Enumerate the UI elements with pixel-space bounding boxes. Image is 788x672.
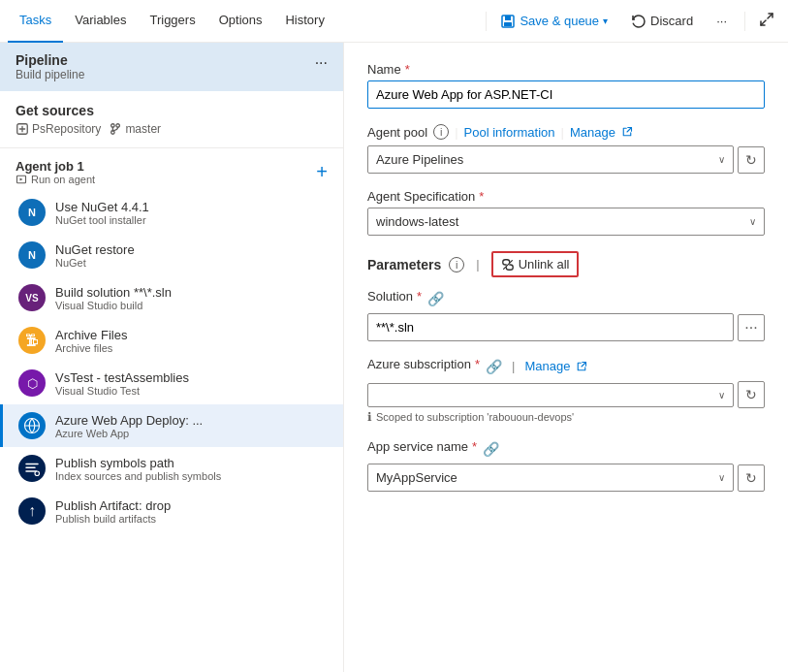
task-desc-webapp: Azure Web App [55, 428, 203, 439]
app-service-link-icon[interactable]: 🔗 [483, 441, 499, 457]
solution-input-wrap: ··· [367, 313, 765, 341]
manage-link[interactable]: Manage [570, 125, 615, 140]
task-info-vstest: VsTest - testAssemblies Visual Studio Te… [55, 370, 189, 397]
agent-pool-chevron: ∨ [718, 154, 725, 165]
pipeline-ellipsis-button[interactable]: ··· [311, 52, 331, 74]
agent-job-info: Agent job 1 Run on agent [16, 159, 95, 185]
pool-info-row: Agent pool i | Pool information | Manage [367, 124, 765, 140]
agent-spec-dropdown[interactable]: windows-latest ∨ [367, 208, 765, 236]
repo-icon [16, 122, 29, 136]
task-item-build[interactable]: VS Build solution **\*.sln Visual Studio… [0, 276, 343, 319]
azure-sub-required: * [475, 357, 480, 371]
nav-divider [486, 12, 487, 31]
params-info-icon[interactable]: i [449, 257, 464, 272]
agent-spec-chevron: ∨ [749, 216, 756, 227]
get-sources-label: Get sources [16, 103, 328, 118]
app-service-required: * [472, 439, 477, 454]
task-icon-archive: 🗜 [18, 327, 46, 354]
task-info-build: Build solution **\*.sln Visual Studio bu… [55, 285, 172, 311]
task-item-symbols[interactable]: Publish symbols path Index sources and p… [0, 447, 343, 490]
task-item-artifact[interactable]: ↑ Publish Artifact: drop Publish build a… [0, 490, 343, 532]
solution-label-row: Solution * 🔗 [367, 289, 765, 307]
pipeline-title: Pipeline [16, 52, 84, 68]
tab-tasks[interactable]: Tasks [8, 0, 63, 43]
get-sources-meta: PsRepository master [16, 122, 328, 136]
get-sources-section: Get sources PsRepository master [0, 91, 343, 148]
name-label: Name * [367, 62, 765, 77]
azure-sub-external-icon [576, 361, 587, 372]
task-item-nuget[interactable]: N Use NuGet 4.4.1 NuGet tool installer [0, 191, 343, 234]
pipeline-subtitle: Build pipeline [16, 68, 84, 81]
sub-separator: | [512, 359, 515, 373]
save-queue-button[interactable]: Save & queue ▾ [490, 8, 617, 35]
branch-icon [109, 122, 122, 136]
agent-pool-dropdown[interactable]: Azure Pipelines ∨ [367, 145, 734, 174]
repo-meta: PsRepository [16, 122, 101, 136]
agent-job-subtitle: Run on agent [16, 174, 95, 185]
add-task-button[interactable]: + [312, 158, 331, 185]
tab-history[interactable]: History [273, 0, 335, 43]
task-desc-vstest: Visual Studio Test [55, 385, 189, 397]
agent-job-header: Agent job 1 Run on agent + [0, 148, 343, 191]
task-list: N Use NuGet 4.4.1 NuGet tool installer N… [0, 191, 343, 672]
app-service-refresh-button[interactable]: ↻ [738, 464, 765, 492]
tab-variables[interactable]: Variables [63, 0, 138, 43]
top-nav: Tasks Variables Triggers Options History… [0, 0, 788, 43]
app-service-group: App service name * 🔗 MyAppService ∨ ↻ [367, 439, 765, 492]
refresh-icon-app: ↻ [745, 470, 757, 486]
right-panel: Name * Agent pool i | Pool information |… [344, 43, 788, 672]
expand-button[interactable] [753, 6, 780, 36]
unlink-icon [501, 258, 515, 272]
task-icon-vstest: ⬡ [18, 369, 46, 397]
azure-sub-group: Azure subscription * 🔗 | Manage ∨ ↻ Scop… [367, 357, 765, 424]
app-service-label-row: App service name * 🔗 [367, 439, 765, 458]
tab-triggers[interactable]: Triggers [138, 0, 206, 43]
azure-sub-link-icon[interactable]: 🔗 [486, 359, 502, 374]
expand-icon [759, 12, 774, 27]
pool-info-link[interactable]: Pool information [464, 125, 555, 140]
azure-sub-dropdown[interactable]: ∨ [367, 383, 734, 407]
unlink-all-label: Unlink all [519, 257, 570, 272]
undo-icon [631, 14, 646, 29]
app-service-dropdown[interactable]: MyAppService ∨ [367, 464, 734, 492]
task-info-archive: Archive Files Archive files [55, 328, 127, 354]
task-item-nuget-restore[interactable]: N NuGet restore NuGet [0, 234, 343, 276]
pool-separator-2: | [561, 125, 564, 140]
discard-button[interactable]: Discard [621, 8, 703, 35]
pipeline-header: Pipeline Build pipeline ··· [0, 43, 343, 91]
run-agent-icon [16, 174, 27, 185]
azure-sub-refresh-button[interactable]: ↻ [738, 381, 765, 408]
pool-info-icon[interactable]: i [433, 124, 449, 140]
task-item-vstest[interactable]: ⬡ VsTest - testAssemblies Visual Studio … [0, 362, 343, 404]
app-service-label: App service name * [367, 439, 477, 454]
agent-pool-value: Azure Pipelines [376, 152, 463, 167]
nav-divider-2 [744, 12, 745, 31]
name-input[interactable] [367, 80, 765, 109]
unlink-all-button[interactable]: Unlink all [491, 251, 580, 277]
azure-sub-manage-link[interactable]: Manage [524, 359, 570, 373]
solution-more-button[interactable]: ··· [738, 314, 765, 341]
task-name-archive: Archive Files [55, 328, 127, 342]
tab-options[interactable]: Options [207, 0, 274, 43]
pipeline-info: Pipeline Build pipeline [16, 52, 84, 81]
solution-link-icon[interactable]: 🔗 [427, 291, 444, 306]
repo-name: PsRepository [32, 122, 101, 136]
branch-meta: master [109, 122, 161, 136]
more-button[interactable]: ··· [707, 8, 737, 34]
chevron-down-icon: ▾ [603, 16, 608, 26]
task-icon-build: VS [18, 284, 46, 311]
task-item-webapp[interactable]: Azure Web App Deploy: ... Azure Web App [0, 404, 343, 447]
svg-rect-1 [505, 16, 511, 20]
task-info-webapp: Azure Web App Deploy: ... Azure Web App [55, 413, 203, 439]
task-name-nuget: Use NuGet 4.4.1 [55, 200, 149, 214]
task-desc-build: Visual Studio build [55, 300, 172, 311]
task-icon-symbols [18, 455, 46, 482]
agent-spec-label: Agent Specification * [367, 189, 765, 204]
task-info-artifact: Publish Artifact: drop Publish build art… [55, 498, 171, 525]
solution-input[interactable] [367, 313, 734, 341]
task-item-archive[interactable]: 🗜 Archive Files Archive files [0, 319, 343, 362]
agent-pool-refresh-button[interactable]: ↻ [738, 146, 765, 174]
task-info-nuget-restore: NuGet restore NuGet [55, 242, 135, 269]
task-desc-artifact: Publish build artifacts [55, 513, 171, 525]
task-name-artifact: Publish Artifact: drop [55, 498, 171, 513]
